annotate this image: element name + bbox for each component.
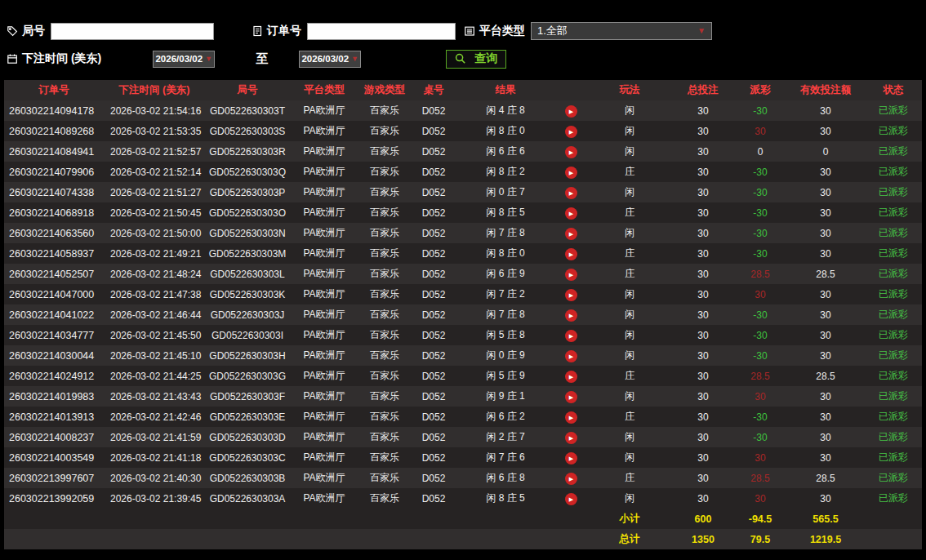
subtotal-total-bet: 600 xyxy=(672,509,734,529)
cell-table: D052 xyxy=(411,304,456,325)
cell-status: 已派彩 xyxy=(865,100,922,121)
query-button[interactable]: 查询 xyxy=(446,50,506,69)
cell-bet: 30 xyxy=(672,141,734,162)
grand-total-valid-bet: 1219.5 xyxy=(786,529,865,549)
cell-table: D052 xyxy=(411,162,456,182)
column-header: 有效投注额 xyxy=(786,80,865,100)
cell-time: 2026-03-02 21:44:25 xyxy=(104,366,205,386)
play-video-icon[interactable]: ▶ xyxy=(565,248,577,260)
table-row: 2603022140743382026-03-02 21:51:27GD0522… xyxy=(4,182,922,202)
calendar-icon xyxy=(7,53,18,64)
table-row: 2603022139920592026-03-02 21:39:45GD0522… xyxy=(4,488,922,509)
play-video-icon[interactable]: ▶ xyxy=(565,105,577,118)
cell-play-button: ▶ xyxy=(554,121,587,141)
cell-result: 闲 7 庄 2 xyxy=(456,284,554,304)
cell-play-button: ▶ xyxy=(554,182,587,202)
play-video-icon[interactable]: ▶ xyxy=(565,309,577,322)
date-from-picker[interactable]: 2026/03/02 ▼ xyxy=(153,51,215,68)
cell-payout: 30 xyxy=(734,447,786,468)
play-video-icon[interactable]: ▶ xyxy=(565,473,577,485)
cell-status: 已派彩 xyxy=(865,345,922,366)
cell-order: 260302214019983 xyxy=(4,386,104,407)
cell-valid: 30 xyxy=(786,345,865,366)
grand-total-row: 总计 1350 79.5 1219.5 xyxy=(4,529,922,549)
cell-table: D052 xyxy=(411,468,456,488)
cell-order: 260302214041022 xyxy=(4,304,104,325)
cell-time: 2026-03-02 21:52:14 xyxy=(104,162,205,182)
cell-order: 260302214089268 xyxy=(4,121,104,141)
cell-order: 260302213997607 xyxy=(4,468,104,488)
play-video-icon[interactable]: ▶ xyxy=(565,289,577,301)
cell-game: 百家乐 xyxy=(358,345,411,366)
cell-game: 百家乐 xyxy=(358,304,411,325)
order-number-input[interactable] xyxy=(307,23,456,40)
play-video-icon[interactable]: ▶ xyxy=(565,432,577,444)
cell-valid: 0 xyxy=(786,141,865,162)
cell-table: D052 xyxy=(411,407,456,427)
cell-table: D052 xyxy=(411,447,456,468)
query-button-label: 查询 xyxy=(474,51,497,66)
play-video-icon[interactable]: ▶ xyxy=(565,452,577,464)
cell-time: 2026-03-02 21:41:59 xyxy=(104,427,205,447)
cell-play-button: ▶ xyxy=(554,141,587,162)
play-video-icon[interactable]: ▶ xyxy=(565,330,577,342)
cell-valid: 28.5 xyxy=(786,366,865,386)
cell-platform: PA欧洲厅 xyxy=(290,100,358,121)
cell-play-button: ▶ xyxy=(554,100,587,121)
cell-result: 闲 2 庄 7 xyxy=(456,427,554,447)
cell-result: 闲 6 庄 6 xyxy=(456,141,554,162)
play-video-icon[interactable]: ▶ xyxy=(565,269,577,281)
play-video-icon[interactable]: ▶ xyxy=(565,187,577,199)
cell-platform: PA欧洲厅 xyxy=(290,243,358,264)
play-video-icon[interactable]: ▶ xyxy=(565,411,577,424)
cell-game: 百家乐 xyxy=(358,202,411,223)
play-video-icon[interactable]: ▶ xyxy=(565,167,577,179)
cell-result: 闲 8 庄 5 xyxy=(456,488,554,509)
play-video-icon[interactable]: ▶ xyxy=(565,207,577,220)
cell-bet: 30 xyxy=(672,284,734,304)
cell-play-button: ▶ xyxy=(554,304,587,325)
column-header: 结果 xyxy=(456,80,554,100)
round-number-input[interactable] xyxy=(51,23,214,40)
date-to-picker[interactable]: 2026/03/02 ▼ xyxy=(299,51,361,68)
cell-play: 庄 xyxy=(587,468,672,488)
play-video-icon[interactable]: ▶ xyxy=(565,228,577,240)
cell-play: 闲 xyxy=(587,427,672,447)
platform-type-select[interactable]: 1.全部 ▼ xyxy=(531,22,712,40)
cell-result: 闲 8 庄 5 xyxy=(456,202,554,223)
play-video-icon[interactable]: ▶ xyxy=(565,493,577,505)
cell-game: 百家乐 xyxy=(358,243,411,264)
cell-platform: PA欧洲厅 xyxy=(290,121,358,141)
cell-game: 百家乐 xyxy=(358,182,411,202)
cell-status: 已派彩 xyxy=(865,141,922,162)
cell-table: D052 xyxy=(411,223,456,243)
cell-valid: 30 xyxy=(786,121,865,141)
cell-payout: 30 xyxy=(734,488,786,509)
play-video-icon[interactable]: ▶ xyxy=(565,126,577,138)
play-video-icon[interactable]: ▶ xyxy=(565,146,577,158)
cell-valid: 30 xyxy=(786,488,865,509)
cell-play-button: ▶ xyxy=(554,488,587,509)
grand-total-label: 总计 xyxy=(587,529,672,549)
cell-platform: PA欧洲厅 xyxy=(290,202,358,223)
cell-bet: 30 xyxy=(672,488,734,509)
cell-table: D052 xyxy=(411,488,456,509)
cell-time: 2026-03-02 21:43:43 xyxy=(104,386,205,407)
cell-payout: -30 xyxy=(734,182,786,202)
cell-table: D052 xyxy=(411,427,456,447)
cell-status: 已派彩 xyxy=(865,325,922,345)
cell-platform: PA欧洲厅 xyxy=(290,468,358,488)
cell-play-button: ▶ xyxy=(554,447,587,468)
cell-result: 闲 7 庄 8 xyxy=(456,304,554,325)
table-row: 2603022140589372026-03-02 21:49:21GD0522… xyxy=(4,243,922,264)
cell-bet: 30 xyxy=(672,386,734,407)
order-number-filter: 订单号 xyxy=(252,23,456,40)
date-from-value: 2026/03/02 xyxy=(155,54,203,64)
play-video-icon[interactable]: ▶ xyxy=(565,371,577,383)
play-video-icon[interactable]: ▶ xyxy=(565,391,577,403)
round-number-label: 局号 xyxy=(22,24,45,38)
cell-result: 闲 0 庄 9 xyxy=(456,345,554,366)
play-video-icon[interactable]: ▶ xyxy=(565,350,577,362)
cell-bet: 30 xyxy=(672,447,734,468)
grand-total-status-cell xyxy=(865,529,922,549)
